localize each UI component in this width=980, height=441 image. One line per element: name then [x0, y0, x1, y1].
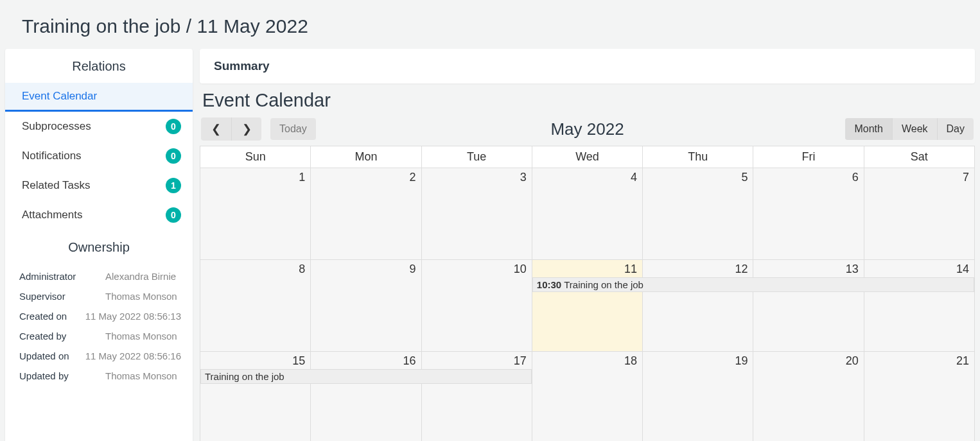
- ownership-label: Administrator: [19, 271, 105, 282]
- calendar-cell[interactable]: 3: [421, 168, 532, 260]
- day-number: 9: [311, 260, 421, 276]
- day-number: 21: [864, 352, 974, 368]
- ownership-header: Ownership: [5, 230, 193, 264]
- calendar-cell[interactable]: 15Training on the job: [200, 352, 311, 442]
- view-month-button[interactable]: Month: [845, 118, 891, 140]
- calendar-cell[interactable]: 9: [311, 260, 421, 352]
- ownership-row: Updated on11 May 2022 08:56:16: [19, 346, 181, 366]
- event-time: 10:30: [537, 279, 561, 290]
- count-badge: 0: [166, 119, 181, 134]
- day-number: 13: [753, 260, 863, 276]
- day-number: 4: [532, 168, 642, 184]
- calendar-cell[interactable]: 13: [753, 260, 864, 352]
- current-month-label: May 2022: [550, 119, 624, 139]
- day-number: 14: [864, 260, 974, 276]
- ownership-row: AdministratorAlexandra Birnie: [19, 266, 181, 286]
- day-number: 10: [422, 260, 532, 276]
- day-header: Sat: [864, 146, 974, 168]
- day-number: 3: [422, 168, 532, 184]
- chevron-left-icon: ❮: [211, 122, 221, 136]
- ownership-value[interactable]: Thomas Monson: [105, 291, 177, 302]
- chevron-right-icon: ❯: [242, 122, 252, 136]
- sidebar-item-attachments[interactable]: Attachments0: [5, 200, 193, 230]
- day-number: 5: [643, 168, 753, 184]
- ownership-label: Updated on: [19, 350, 85, 361]
- today-button[interactable]: Today: [270, 118, 316, 140]
- page-title: Training on the job / 11 May 2022: [0, 0, 980, 49]
- sidebar-item-subprocesses[interactable]: Subprocesses0: [5, 112, 193, 141]
- calendar-event[interactable]: Training on the job: [200, 369, 532, 384]
- ownership-value[interactable]: Alexandra Birnie: [105, 271, 176, 282]
- calendar-cell[interactable]: 19: [643, 352, 753, 442]
- next-button[interactable]: ❯: [231, 117, 261, 141]
- count-badge: 0: [166, 148, 181, 164]
- calendar-cell[interactable]: 10: [421, 260, 532, 352]
- day-number: 18: [532, 352, 642, 368]
- main-panel: Summary Event Calendar ❮ ❯ Today May 202…: [200, 49, 975, 441]
- relations-header: Relations: [5, 49, 193, 83]
- calendar-cell[interactable]: 16: [311, 352, 421, 442]
- calendar-nav: ❮ ❯: [201, 117, 261, 141]
- event-title: Training on the job: [564, 279, 643, 290]
- event-title: Training on the job: [205, 371, 284, 382]
- sidebar-item-label: Notifications: [22, 150, 82, 162]
- count-badge: 1: [166, 178, 181, 193]
- day-header: Thu: [643, 146, 753, 168]
- calendar-cell[interactable]: 1110:30Training on the job: [532, 260, 642, 352]
- day-number: 2: [311, 168, 421, 184]
- ownership-value: 11 May 2022 08:56:16: [85, 350, 181, 361]
- calendar-cell[interactable]: 7: [864, 168, 974, 260]
- ownership-value[interactable]: Thomas Monson: [105, 331, 177, 342]
- calendar-cell[interactable]: 5: [643, 168, 753, 260]
- calendar-grid: SunMonTueWedThuFriSat 123456789101110:30…: [200, 146, 975, 441]
- calendar-cell[interactable]: 1: [200, 168, 311, 260]
- day-number: 12: [643, 260, 753, 276]
- view-day-button[interactable]: Day: [937, 118, 974, 140]
- day-header: Tue: [421, 146, 532, 168]
- sidebar-item-related-tasks[interactable]: Related Tasks1: [5, 171, 193, 200]
- ownership-row: Created byThomas Monson: [19, 326, 181, 346]
- day-number: 20: [753, 352, 863, 368]
- calendar-cell[interactable]: 8: [200, 260, 311, 352]
- day-number: 16: [311, 352, 421, 368]
- count-badge: 0: [166, 207, 181, 223]
- calendar-event[interactable]: 10:30Training on the job: [532, 277, 974, 292]
- tab-summary[interactable]: Summary: [200, 49, 975, 83]
- ownership-value: 11 May 2022 08:56:13: [85, 311, 181, 322]
- sidebar: Relations Event CalendarSubprocesses0Not…: [5, 49, 193, 441]
- day-number: 8: [200, 260, 310, 276]
- day-number: 6: [753, 168, 863, 184]
- ownership-row: Created on11 May 2022 08:56:13: [19, 306, 181, 326]
- day-header: Fri: [753, 146, 864, 168]
- calendar-title: Event Calendar: [200, 86, 975, 117]
- view-week-button[interactable]: Week: [892, 118, 937, 140]
- day-number: 7: [864, 168, 974, 184]
- prev-button[interactable]: ❮: [201, 117, 231, 141]
- calendar-cell[interactable]: 14: [864, 260, 974, 352]
- sidebar-item-label: Related Tasks: [22, 179, 90, 192]
- calendar-cell[interactable]: 21: [864, 352, 974, 442]
- day-number: 17: [422, 352, 532, 368]
- ownership-row: SupervisorThomas Monson: [19, 286, 181, 306]
- day-header: Sun: [200, 146, 311, 168]
- calendar-cell[interactable]: 12: [643, 260, 753, 352]
- calendar-cell[interactable]: 2: [311, 168, 421, 260]
- sidebar-item-label: Attachments: [22, 209, 83, 221]
- calendar-cell[interactable]: 6: [753, 168, 864, 260]
- sidebar-item-notifications[interactable]: Notifications0: [5, 141, 193, 171]
- day-number: 11: [532, 260, 642, 276]
- calendar-cell[interactable]: 20: [753, 352, 864, 442]
- view-switch: Month Week Day: [845, 118, 974, 140]
- calendar-cell[interactable]: 17: [421, 352, 532, 442]
- calendar-cell[interactable]: 4: [532, 168, 642, 260]
- ownership-label: Updated by: [19, 370, 105, 381]
- sidebar-item-event-calendar[interactable]: Event Calendar: [5, 83, 193, 112]
- day-number: 15: [200, 352, 310, 368]
- calendar-cell[interactable]: 18: [532, 352, 642, 442]
- ownership-value[interactable]: Thomas Monson: [105, 370, 177, 381]
- sidebar-item-label: Subprocesses: [22, 120, 91, 133]
- day-header: Mon: [311, 146, 421, 168]
- ownership-label: Created on: [19, 311, 85, 322]
- ownership-label: Created by: [19, 331, 105, 342]
- day-number: 1: [200, 168, 310, 184]
